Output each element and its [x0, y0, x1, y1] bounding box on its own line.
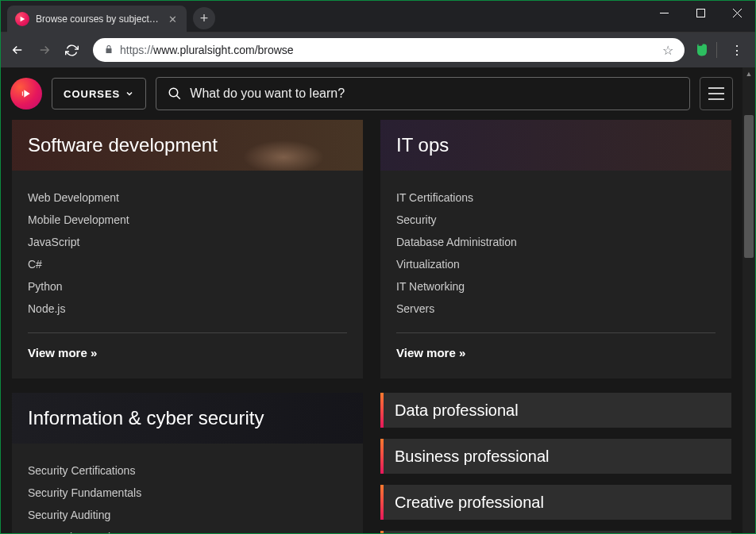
- view-more-link[interactable]: View more »: [396, 346, 716, 359]
- topic-link[interactable]: C#: [28, 253, 347, 275]
- topic-link[interactable]: Web Development: [28, 186, 347, 209]
- tab-close-icon[interactable]: ✕: [166, 13, 179, 25]
- card-hero[interactable]: Software development: [12, 120, 363, 171]
- topic-link[interactable]: Virtualization: [396, 253, 716, 275]
- courses-label: COURSES: [64, 88, 120, 100]
- svg-line-5: [177, 95, 181, 99]
- window-titlebar: Browse courses by subject | Plura ✕ +: [1, 1, 755, 33]
- right-column: IT ops IT Certifications Security Databa…: [380, 120, 731, 534]
- reload-button[interactable]: [60, 38, 83, 62]
- search-input[interactable]: [190, 86, 678, 101]
- topic-link[interactable]: Node.js: [28, 298, 347, 320]
- accent-bar: [380, 393, 384, 428]
- pluralsight-logo-icon[interactable]: [10, 78, 42, 109]
- scroll-up-icon[interactable]: ▲: [742, 67, 755, 80]
- address-bar[interactable]: https://www.pluralsight.com/browse ☆: [93, 38, 685, 62]
- minimize-button[interactable]: [646, 1, 682, 25]
- card-software-development: Software development Web Development Mob…: [12, 120, 363, 378]
- svg-rect-1: [696, 9, 704, 17]
- view-more-link[interactable]: View more »: [28, 346, 347, 359]
- chevron-down-icon: [125, 89, 134, 98]
- category-strip-manufacturing-design[interactable]: Manufacturing & design: [380, 531, 731, 534]
- topic-link[interactable]: Python: [28, 275, 347, 298]
- topic-link[interactable]: JavaScript: [28, 231, 347, 253]
- category-strip-business-professional[interactable]: Business professional: [380, 439, 731, 474]
- accent-bar: [380, 531, 384, 534]
- category-strip-data-professional[interactable]: Data professional: [380, 393, 731, 428]
- search-icon: [168, 86, 182, 101]
- topic-link[interactable]: Security Auditing: [28, 504, 347, 526]
- card-title: Information & cyber security: [28, 407, 264, 429]
- main-content: Software development Web Development Mob…: [1, 120, 742, 534]
- browser-toolbar: https://www.pluralsight.com/browse ☆ ⋮: [1, 33, 755, 67]
- divider: [28, 332, 347, 333]
- close-window-button[interactable]: [719, 1, 755, 25]
- accent-bar: [380, 485, 384, 520]
- toolbar-divider: [716, 42, 717, 58]
- forward-button[interactable]: [33, 38, 56, 62]
- tab-favicon-icon: [15, 12, 29, 26]
- maximize-button[interactable]: [682, 1, 719, 25]
- topic-link[interactable]: Security Fundamentals: [28, 482, 347, 504]
- divider: [396, 332, 716, 333]
- topic-link[interactable]: Security Certifications: [28, 459, 347, 482]
- hamburger-menu-button[interactable]: [700, 77, 733, 110]
- courses-dropdown-button[interactable]: COURSES: [52, 78, 146, 109]
- topic-link[interactable]: Servers: [396, 298, 716, 320]
- card-hero[interactable]: IT ops: [380, 120, 731, 171]
- vertical-scrollbar[interactable]: ▲: [742, 67, 755, 534]
- topic-link[interactable]: Security: [396, 209, 716, 231]
- back-button[interactable]: [6, 38, 29, 62]
- lock-icon: [104, 44, 114, 57]
- new-tab-button[interactable]: +: [193, 7, 215, 29]
- topic-link[interactable]: IT Certifications: [396, 186, 716, 209]
- search-wrapper[interactable]: [156, 77, 690, 110]
- topic-link[interactable]: Mobile Development: [28, 209, 347, 231]
- card-info-cyber-security: Information & cyber security Security Ce…: [12, 393, 363, 534]
- strip-title: Data professional: [395, 401, 519, 420]
- topic-link[interactable]: Database Administration: [396, 231, 716, 253]
- strip-title: Creative professional: [395, 494, 544, 512]
- topic-list: Web Development Mobile Development JavaS…: [28, 186, 347, 320]
- evernote-extension-icon[interactable]: [694, 42, 710, 58]
- browser-menu-button[interactable]: ⋮: [723, 38, 750, 62]
- strip-title: Business professional: [395, 448, 550, 466]
- site-header: COURSES: [1, 67, 742, 120]
- category-strip-creative-professional[interactable]: Creative professional: [380, 485, 731, 520]
- url-text: https://www.pluralsight.com/browse: [120, 44, 656, 56]
- topic-link[interactable]: IT Networking: [396, 275, 716, 298]
- card-it-ops: IT ops IT Certifications Security Databa…: [380, 120, 731, 378]
- page-viewport: COURSES Software development Web Develop…: [1, 67, 755, 534]
- bookmark-star-icon[interactable]: ☆: [662, 43, 673, 58]
- svg-point-4: [170, 88, 179, 97]
- card-title: IT ops: [396, 134, 449, 156]
- topic-list: IT Certifications Security Database Admi…: [396, 186, 716, 320]
- card-hero[interactable]: Information & cyber security: [12, 393, 363, 444]
- accent-bar: [380, 439, 384, 474]
- topic-list: Security Certifications Security Fundame…: [28, 459, 347, 534]
- topic-link[interactable]: Penetration Testing: [28, 526, 347, 534]
- card-title: Software development: [28, 134, 218, 156]
- scrollbar-thumb[interactable]: [744, 115, 754, 258]
- browser-tab[interactable]: Browse courses by subject | Plura ✕: [7, 6, 187, 33]
- left-column: Software development Web Development Mob…: [12, 120, 363, 534]
- tab-title: Browse courses by subject | Plura: [36, 13, 160, 25]
- window-controls: [646, 1, 755, 25]
